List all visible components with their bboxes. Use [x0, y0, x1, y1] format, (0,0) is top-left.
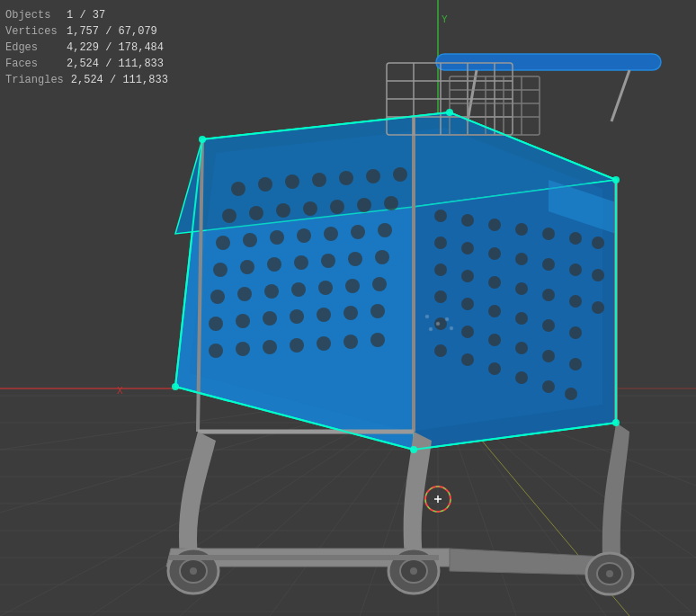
faces-label: Faces	[5, 56, 59, 72]
svg-point-36	[366, 169, 380, 183]
svg-point-115	[488, 362, 501, 375]
svg-point-116	[515, 371, 528, 384]
svg-point-169	[445, 317, 449, 321]
svg-point-172	[425, 315, 429, 318]
svg-point-59	[210, 290, 225, 304]
svg-point-69	[290, 309, 304, 324]
vertices-stat: Vertices 1,757 / 67,079	[5, 23, 168, 40]
stats-panel: Objects 1 / 37 Vertices 1,757 / 67,079 E…	[5, 7, 168, 88]
svg-point-150	[410, 567, 417, 575]
svg-point-55	[294, 255, 308, 270]
svg-point-112	[569, 358, 582, 370]
svg-point-42	[330, 200, 344, 214]
svg-point-61	[264, 284, 279, 299]
svg-point-165	[612, 419, 620, 426]
svg-point-84	[542, 228, 555, 240]
svg-point-49	[324, 227, 338, 241]
svg-point-52	[213, 263, 228, 277]
svg-point-103	[488, 305, 501, 317]
svg-point-93	[592, 269, 604, 281]
svg-point-79	[370, 333, 385, 347]
svg-point-94	[434, 263, 447, 276]
svg-point-51	[378, 223, 392, 237]
svg-point-62	[291, 282, 306, 297]
svg-point-71	[344, 306, 358, 320]
svg-point-75	[263, 340, 277, 354]
svg-point-81	[461, 214, 474, 227]
svg-point-31	[231, 182, 245, 196]
svg-point-68	[263, 311, 277, 326]
svg-point-163	[446, 109, 453, 116]
svg-point-118	[565, 388, 577, 400]
svg-point-90	[515, 253, 528, 265]
svg-point-35	[339, 171, 353, 185]
svg-point-54	[267, 257, 281, 272]
svg-point-46	[243, 233, 257, 247]
svg-point-98	[542, 289, 555, 301]
objects-stat: Objects 1 / 37	[5, 7, 168, 23]
svg-text:X: X	[117, 385, 123, 397]
edges-value: 4,229 / 178,484	[67, 40, 164, 56]
svg-point-147	[190, 567, 197, 575]
triangles-value: 2,524 / 111,833	[71, 72, 168, 88]
svg-point-63	[318, 281, 333, 295]
svg-point-45	[216, 236, 230, 250]
svg-point-60	[237, 287, 252, 301]
svg-point-56	[321, 254, 335, 268]
svg-point-66	[209, 317, 223, 331]
svg-point-37	[393, 167, 407, 182]
svg-point-39	[249, 206, 263, 220]
svg-point-77	[317, 336, 331, 351]
svg-point-32	[258, 177, 272, 192]
svg-text:Y: Y	[442, 13, 448, 25]
svg-point-82	[488, 219, 501, 231]
edges-stat: Edges 4,229 / 178,484	[5, 40, 168, 56]
svg-point-117	[542, 380, 555, 393]
svg-point-83	[515, 223, 528, 236]
svg-point-41	[303, 201, 317, 216]
svg-point-110	[515, 342, 528, 354]
svg-point-171	[450, 326, 453, 330]
svg-point-88	[461, 242, 474, 254]
faces-stat: Faces 2,524 / 111,833	[5, 56, 168, 72]
svg-point-92	[569, 263, 582, 276]
svg-point-50	[351, 225, 365, 239]
svg-point-86	[592, 237, 604, 249]
triangles-label: Triangles	[5, 72, 64, 88]
svg-point-113	[434, 344, 447, 357]
svg-point-111	[542, 350, 555, 362]
svg-point-91	[542, 258, 555, 271]
svg-point-104	[515, 312, 528, 325]
svg-point-105	[542, 319, 555, 332]
faces-value: 2,524 / 111,833	[67, 56, 164, 72]
svg-point-106	[569, 326, 582, 339]
svg-point-102	[461, 298, 474, 310]
edges-label: Edges	[5, 40, 59, 56]
svg-point-53	[240, 260, 254, 274]
objects-value: 1 / 37	[67, 7, 105, 23]
svg-point-38	[222, 209, 236, 223]
svg-point-89	[488, 247, 501, 260]
svg-point-65	[372, 277, 387, 291]
3d-viewport[interactable]: X Y Objects 1 / 37 Vertices 1,757 / 67,0…	[0, 0, 696, 616]
svg-point-170	[429, 327, 433, 331]
svg-point-70	[317, 308, 331, 322]
svg-point-48	[297, 228, 311, 243]
svg-point-95	[461, 270, 474, 282]
svg-point-97	[515, 282, 528, 295]
svg-point-167	[172, 383, 179, 390]
svg-point-58	[375, 250, 389, 264]
vertices-value: 1,757 / 67,079	[67, 23, 157, 40]
svg-point-80	[434, 210, 447, 222]
svg-point-47	[270, 230, 284, 245]
svg-point-57	[348, 252, 362, 266]
triangles-stat: Triangles 2,524 / 111,833	[5, 72, 168, 88]
svg-point-44	[384, 196, 398, 210]
svg-point-74	[236, 342, 250, 356]
svg-point-114	[461, 353, 474, 366]
vertices-label: Vertices	[5, 23, 59, 40]
svg-rect-124	[436, 54, 661, 70]
svg-point-108	[461, 326, 474, 338]
svg-point-64	[345, 279, 360, 293]
svg-point-34	[312, 173, 326, 187]
